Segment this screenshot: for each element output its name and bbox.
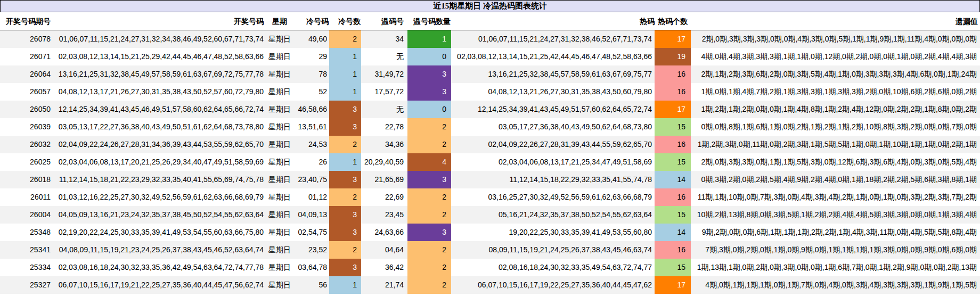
cell-draw-numbers: 01,06,07,11,15,21,24,27,31,32,34,38,46,4… [53,30,266,48]
cell-hot-numbers: 11,12,14,15,18,22,29,32,33,35,41,55,74,7… [451,171,655,188]
cell-miss-values: 1期,0期,1期,4期,7期,2期,1期,3期,3期,1期,3期,3期,2期,0… [691,83,980,101]
cell-warm-numbers: 21,65,69 [361,171,407,188]
cell-hot-numbers: 01,06,07,11,15,21,24,27,31,32,38,46,52,6… [451,30,655,48]
cell-draw-numbers: 02,03,08,12,13,14,15,21,25,29,42,44,45,4… [53,48,266,65]
cell-period: 26078 [0,30,53,48]
cell-period: 25334 [0,259,53,276]
page-title: 近15期星期日 冷温热码图表统计 [433,2,547,10]
cell-warm-count: 2 [407,276,451,294]
cell-warm-numbers: 23,45 [361,206,407,224]
cell-period: 25327 [0,276,53,294]
cell-miss-values: 0期,3期,2期,0期,2期,5期,4期,9期,2期,4期,0期,1期,18期,… [691,171,980,188]
cell-miss-values: 4期,0期,4期,3期,3期,3期,1期,1期,0期,12期,0期,2期,0期,… [691,48,980,65]
cell-cold-count: 2 [329,188,361,206]
lottery-stats-page: 近15期星期日 冷温热码图表统计 开奖号码期号 开奖号码 星期 冷号码 冷号数 … [0,0,980,294]
cell-warm-numbers: 22,69 [361,188,407,206]
table-header-row: 开奖号码期号 开奖号码 星期 冷号码 冷号数 温码号 温号码数量 热码 热码个数… [0,12,980,30]
cell-warm-numbers: 34 [361,30,407,48]
cell-cold-numbers: 56 [293,276,329,294]
cell-miss-values: 4期,0期,1期,1期,1期,0期,1期,7期,0期,4期,0期,3期,4期,3… [691,276,980,294]
cell-weekday: 星期日 [266,30,293,48]
cell-cold-numbers: 13,51,61 [293,118,329,136]
cell-hot-count: 17 [655,101,691,118]
cell-warm-numbers: 20,29,40,59 [361,153,407,171]
cell-draw-numbers: 12,14,25,34,39,41,43,45,46,49,51,57,58,6… [53,101,266,118]
col-header-period: 开奖号码期号 [0,12,53,30]
cell-period: 26004 [0,206,53,224]
table-row: 25341 04,08,09,11,15,19,21,23,24,25,26,3… [0,241,980,259]
col-header-hot-count: 热码个数 [655,12,691,30]
cell-weekday: 星期日 [266,153,293,171]
cell-hot-numbers: 02,03,04,06,08,13,17,21,25,34,47,49,51,5… [451,153,655,171]
table-row: 26032 02,04,09,22,24,26,27,28,31,34,36,3… [0,136,980,153]
cell-hot-numbers: 12,14,25,34,39,41,43,45,49,51,57,60,62,6… [451,101,655,118]
cell-hot-count: 17 [655,276,691,294]
cell-hot-count: 15 [655,118,691,136]
cell-weekday: 星期日 [266,83,293,101]
cell-weekday: 星期日 [266,224,293,241]
cell-period: 25341 [0,241,53,259]
cell-weekday: 星期日 [266,118,293,136]
cell-weekday: 星期日 [266,48,293,65]
cell-warm-count: 2 [407,259,451,276]
table-row: 26018 11,12,14,15,18,21,22,23,29,32,33,3… [0,171,980,188]
cell-miss-values: 7期,3期,0期,2期,0期,1期,0期,9期,0期,1期,1期,1期,1期,3… [691,241,980,259]
cell-draw-numbers: 02,03,04,06,08,13,17,20,21,25,26,29,34,4… [53,153,266,171]
cell-miss-values: 10期,2期,13期,8期,0期,3期,5期,1期,2期,2期,4期,4期,5期… [691,206,980,224]
table-row: 26011 01,03,12,16,22,25,27,30,32,49,52,5… [0,188,980,206]
cell-cold-count: 1 [329,83,361,101]
cell-cold-numbers: 52 [293,83,329,101]
cell-hot-count: 16 [655,241,691,259]
col-header-weekday: 星期 [266,12,293,30]
cell-cold-numbers: 01,12 [293,188,329,206]
cell-hot-count: 15 [655,206,691,224]
cell-draw-numbers: 02,03,08,16,18,24,30,32,33,35,36,42,49,5… [53,259,266,276]
cell-miss-values: 11期,1期,10期,0期,7期,3期,0期,4期,3期,4期,2期,1期,0期… [691,188,980,206]
cell-cold-count: 3 [329,259,361,276]
cell-hot-numbers: 05,16,21,24,32,35,37,38,50,52,54,55,62,6… [451,206,655,224]
cell-hot-count: 16 [655,136,691,153]
col-header-warm: 温码号 [361,12,407,30]
table-row: 25327 06,07,10,15,16,17,19,21,22,25,27,3… [0,276,980,294]
cell-hot-numbers: 02,03,08,12,13,14,15,21,25,42,44,45,46,4… [451,48,655,65]
cell-warm-numbers: 31,49,72 [361,65,407,83]
table-row: 26064 13,16,21,25,31,32,38,45,49,57,58,5… [0,65,980,83]
cell-period: 26071 [0,48,53,65]
cell-period: 26064 [0,65,53,83]
cell-cold-count: 2 [329,30,361,48]
col-header-hot: 热码 [451,12,655,30]
cell-hot-numbers: 13,16,21,25,32,38,45,57,58,59,61,63,67,6… [451,65,655,83]
cell-weekday: 星期日 [266,65,293,83]
cell-period: 26018 [0,171,53,188]
cell-weekday: 星期日 [266,276,293,294]
cell-warm-numbers: 无 [361,101,407,118]
cell-cold-numbers: 23,52 [293,241,329,259]
cell-hot-count: 15 [655,259,691,276]
cell-hot-numbers: 02,04,09,22,26,27,28,31,39,43,44,55,59,6… [451,136,655,153]
cell-draw-numbers: 04,08,09,11,15,19,21,23,24,25,26,37,38,4… [53,241,266,259]
col-header-cold: 冷号码 [293,12,329,30]
cell-cold-count: 1 [329,276,361,294]
cell-warm-numbers: 无 [361,48,407,65]
cell-warm-numbers: 36,42 [361,259,407,276]
cell-draw-numbers: 13,16,21,25,31,32,38,45,49,57,58,59,61,6… [53,65,266,83]
cell-cold-numbers: 78 [293,65,329,83]
cell-cold-count: 3 [329,206,361,224]
cell-warm-numbers: 17,57,72 [361,83,407,101]
cell-cold-numbers: 03,64,78 [293,259,329,276]
col-header-draw: 开奖号码 [53,12,266,30]
cell-miss-values: 0期,0期,8期,1期,6期,1期,0期,2期,1期,2期,1期,2期,10期,… [691,118,980,136]
cell-cold-numbers: 46,58,66 [293,101,329,118]
table-row: 26025 02,03,04,06,08,13,17,20,21,25,26,2… [0,153,980,171]
cell-hot-numbers: 04,08,12,13,21,26,27,30,31,35,38,43,50,6… [451,83,655,101]
cell-hot-count: 16 [655,83,691,101]
table-row: 26050 12,14,25,34,39,41,43,45,46,49,51,5… [0,101,980,118]
cell-weekday: 星期日 [266,241,293,259]
cell-period: 26050 [0,101,53,118]
cell-hot-numbers: 19,20,22,25,30,33,35,39,41,49,53,55,60,8… [451,224,655,241]
cell-warm-numbers: 24,63,66 [361,224,407,241]
cell-hot-numbers: 03,05,17,27,36,38,40,43,49,50,62,64,68,7… [451,118,655,136]
cell-cold-numbers: 49,60 [293,30,329,48]
cell-cold-numbers: 23,40,75 [293,171,329,188]
table-row: 26004 04,05,09,13,16,21,23,24,32,35,37,3… [0,206,980,224]
